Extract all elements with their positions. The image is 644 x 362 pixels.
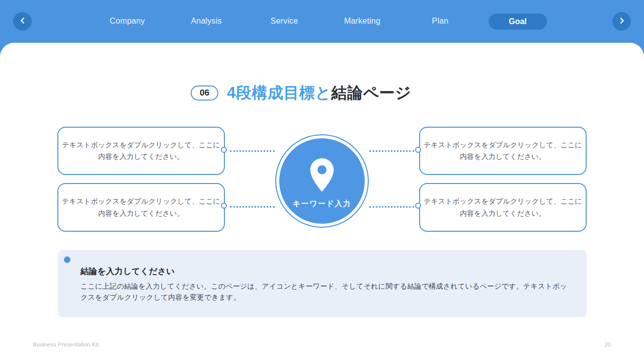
slide-number-badge: 06 bbox=[191, 85, 218, 101]
nav-item-company[interactable]: Company bbox=[110, 17, 145, 26]
connector-line-top-left bbox=[230, 150, 275, 152]
page-title-highlight: 4段構成目標と bbox=[227, 84, 331, 102]
page-title: 4段構成目標と結論ページ bbox=[227, 82, 411, 104]
page-title-rest: 結論ページ bbox=[331, 84, 411, 102]
footer-kit-name: Business Presentation Kit bbox=[33, 341, 99, 347]
connector-node-bottom-left bbox=[221, 203, 227, 209]
textbox-bottom-right[interactable]: テキストボックスをダブルクリックして、ここに内容を入力してください。 bbox=[419, 183, 587, 232]
connector-line-bottom-left bbox=[230, 206, 275, 208]
title-row: 06 4段構成目標と結論ページ bbox=[191, 82, 411, 104]
connector-node-top-left bbox=[221, 147, 227, 153]
textbox-text: テキストボックスをダブルクリックして、ここに内容を入力してください。 bbox=[62, 139, 220, 162]
conclusion-body: ここに上記の結論を入力してください。このページは、アイコンとキーワード、そしてそ… bbox=[80, 281, 571, 303]
prev-slide-button[interactable] bbox=[13, 12, 32, 31]
keyword-circle[interactable]: キーワード入力 bbox=[275, 134, 369, 228]
conclusion-heading: 結論を入力してください bbox=[80, 266, 175, 277]
textbox-top-right[interactable]: テキストボックスをダブルクリックして、ここに内容を入力してください。 bbox=[419, 127, 587, 175]
next-slide-button[interactable] bbox=[612, 12, 631, 31]
nav-item-marketing[interactable]: Marketing bbox=[344, 17, 380, 26]
textbox-text: テキストボックスをダブルクリックして、ここに内容を入力してください。 bbox=[424, 139, 582, 162]
nav-item-goal-active[interactable]: Goal bbox=[489, 14, 547, 30]
connector-node-top-right bbox=[415, 147, 421, 153]
textbox-top-left[interactable]: テキストボックスをダブルクリックして、ここに内容を入力してください。 bbox=[57, 127, 225, 175]
nav-item-plan[interactable]: Plan bbox=[432, 17, 449, 26]
bullet-dot-icon bbox=[64, 256, 70, 263]
keyword-circle-inner: キーワード入力 bbox=[279, 138, 365, 224]
footer-page-number: 20 bbox=[604, 341, 611, 347]
textbox-bottom-left[interactable]: テキストボックスをダブルクリックして、ここに内容を入力してください。 bbox=[57, 183, 225, 232]
nav-item-service[interactable]: Service bbox=[271, 17, 298, 26]
chevron-left-icon bbox=[19, 17, 27, 27]
connector-line-top-right bbox=[369, 150, 414, 152]
connector-node-bottom-right bbox=[415, 203, 421, 209]
conclusion-panel[interactable]: 結論を入力してください ここに上記の結論を入力してください。このページは、アイコ… bbox=[58, 250, 587, 317]
location-pin-icon bbox=[302, 154, 342, 197]
textbox-text: テキストボックスをダブルクリックして、ここに内容を入力してください。 bbox=[424, 196, 582, 219]
nav-item-analysis[interactable]: Analysis bbox=[191, 17, 221, 26]
textbox-text: テキストボックスをダブルクリックして、ここに内容を入力してください。 bbox=[62, 196, 220, 219]
connector-line-bottom-right bbox=[369, 206, 414, 208]
chevron-right-icon bbox=[618, 17, 626, 27]
keyword-label: キーワード入力 bbox=[293, 199, 352, 209]
